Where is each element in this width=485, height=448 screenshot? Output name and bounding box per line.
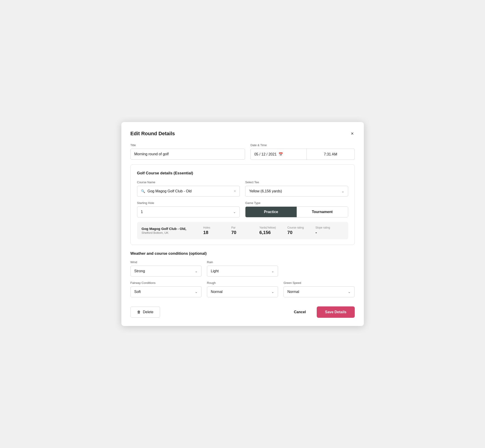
golf-course-section: Golf Course details (Essential) Course N… — [130, 164, 355, 245]
course-info-name-block: Gog Magog Golf Club - Old, Shelford Bott… — [142, 227, 203, 234]
starting-hole-dropdown[interactable]: 1 ⌄ — [137, 207, 240, 217]
footer-row: 🗑 Delete Cancel Save Details — [130, 302, 355, 318]
chevron-down-icon-green: ⌄ — [348, 290, 351, 294]
date-field[interactable]: 05 / 12 / 2021 📅 — [251, 149, 307, 160]
wind-label: Wind — [130, 260, 202, 264]
par-value: 70 — [231, 230, 236, 235]
select-tee-dropdown[interactable]: Yellow (6,156 yards) ⌄ — [245, 186, 348, 197]
course-name-input[interactable] — [147, 189, 232, 193]
chevron-down-icon-fairway: ⌄ — [195, 290, 198, 294]
fairway-rough-green-row: Fairway Conditions Soft ⌄ Rough Normal ⌄… — [130, 281, 355, 297]
title-input[interactable] — [130, 149, 245, 160]
rain-group: Rain Light ⌄ — [207, 260, 278, 277]
time-field[interactable]: 7:31 AM — [307, 149, 355, 160]
par-stat: Par 70 — [231, 226, 259, 235]
chevron-down-icon: ⌄ — [341, 189, 344, 193]
date-value: 05 / 12 / 2021 — [254, 152, 277, 156]
rain-value: Light — [211, 269, 219, 273]
modal-title: Edit Round Details — [130, 131, 175, 136]
slope-rating-value: - — [315, 230, 317, 235]
fairway-group: Fairway Conditions Soft ⌄ — [130, 281, 202, 297]
edit-round-modal: Edit Round Details × Title Date & Time 0… — [121, 122, 364, 326]
rain-dropdown[interactable]: Light ⌄ — [207, 266, 278, 277]
time-value: 7:31 AM — [324, 152, 337, 156]
save-button[interactable]: Save Details — [317, 306, 355, 318]
fairway-label: Fairway Conditions — [130, 281, 202, 285]
chevron-down-icon-rain: ⌄ — [271, 269, 274, 273]
search-icon: 🔍 — [141, 189, 145, 193]
green-speed-value: Normal — [287, 290, 299, 294]
yards-label: Yards(Yellow) — [259, 226, 276, 229]
tournament-button[interactable]: Tournament — [297, 207, 348, 217]
chevron-down-icon-hole: ⌄ — [233, 210, 236, 214]
practice-button[interactable]: Practice — [245, 207, 297, 217]
delete-button[interactable]: 🗑 Delete — [130, 307, 160, 318]
starting-hole-label: Starting Hole — [137, 201, 240, 205]
slope-rating-stat: Slope rating - — [315, 226, 343, 235]
starting-hole-value: 1 — [141, 210, 143, 214]
rough-group: Rough Normal ⌄ — [207, 281, 278, 297]
weather-section: Weather and course conditions (optional)… — [130, 251, 355, 297]
wind-rain-row: Wind Strong ⌄ Rain Light ⌄ — [130, 260, 355, 277]
green-speed-group: Green Speed Normal ⌄ — [283, 281, 355, 297]
course-name-label: Course Name — [137, 181, 240, 184]
title-group: Title — [130, 144, 245, 160]
close-button[interactable]: × — [350, 130, 355, 137]
title-datetime-row: Title Date & Time 05 / 12 / 2021 📅 7:31 … — [130, 144, 355, 160]
course-info-row: Gog Magog Golf Club - Old, Shelford Bott… — [137, 222, 348, 239]
clear-icon[interactable]: × — [234, 189, 236, 193]
course-info-location: Shelford Bottom, UK — [142, 231, 203, 234]
modal-header: Edit Round Details × — [130, 130, 355, 137]
delete-label: Delete — [143, 310, 154, 314]
hole-gametype-row: Starting Hole 1 ⌄ Game Type Practice Tou… — [137, 201, 348, 217]
holes-label: Holes — [203, 226, 210, 229]
slope-rating-label: Slope rating — [315, 226, 330, 229]
calendar-icon: 📅 — [278, 152, 283, 156]
rough-value: Normal — [211, 290, 223, 294]
holes-stat: Holes 18 — [203, 226, 231, 235]
course-name-input-wrap[interactable]: 🔍 × — [137, 186, 240, 197]
rough-label: Rough — [207, 281, 278, 285]
chevron-down-icon-rough: ⌄ — [271, 290, 274, 294]
green-speed-label: Green Speed — [283, 281, 355, 285]
datetime-label: Date & Time — [251, 144, 355, 147]
starting-hole-group: Starting Hole 1 ⌄ — [137, 201, 240, 217]
fairway-value: Soft — [134, 290, 141, 294]
rain-label: Rain — [207, 260, 278, 264]
course-rating-value: 70 — [287, 230, 292, 235]
course-name-group: Course Name 🔍 × — [137, 181, 240, 197]
course-info-name: Gog Magog Golf Club - Old, — [142, 227, 203, 231]
green-speed-dropdown[interactable]: Normal ⌄ — [283, 286, 355, 297]
par-label: Par — [231, 226, 236, 229]
course-tee-row: Course Name 🔍 × Select Tee Yellow (6,156… — [137, 181, 348, 197]
game-type-toggle: Practice Tournament — [245, 207, 348, 217]
rough-dropdown[interactable]: Normal ⌄ — [207, 286, 278, 297]
fairway-dropdown[interactable]: Soft ⌄ — [130, 286, 202, 297]
title-label: Title — [130, 144, 245, 147]
course-rating-label: Course rating — [287, 226, 304, 229]
footer-right: Cancel Save Details — [289, 306, 355, 318]
cancel-button[interactable]: Cancel — [289, 307, 310, 317]
holes-value: 18 — [203, 230, 208, 235]
game-type-group: Game Type Practice Tournament — [245, 201, 348, 217]
datetime-group: Date & Time 05 / 12 / 2021 📅 7:31 AM — [251, 144, 355, 160]
weather-section-title: Weather and course conditions (optional) — [130, 251, 355, 256]
date-time-wrapper: 05 / 12 / 2021 📅 7:31 AM — [251, 149, 355, 160]
game-type-label: Game Type — [245, 201, 348, 205]
yards-stat: Yards(Yellow) 6,156 — [259, 226, 287, 235]
wind-value: Strong — [134, 269, 145, 273]
select-tee-group: Select Tee Yellow (6,156 yards) ⌄ — [245, 181, 348, 197]
wind-group: Wind Strong ⌄ — [130, 260, 202, 277]
wind-dropdown[interactable]: Strong ⌄ — [130, 266, 202, 277]
golf-section-title: Golf Course details (Essential) — [137, 171, 348, 176]
select-tee-label: Select Tee — [245, 181, 348, 184]
yards-value: 6,156 — [259, 230, 271, 235]
chevron-down-icon-wind: ⌄ — [195, 269, 198, 273]
course-rating-stat: Course rating 70 — [287, 226, 315, 235]
select-tee-value: Yellow (6,156 yards) — [249, 189, 282, 193]
trash-icon: 🗑 — [137, 310, 141, 314]
